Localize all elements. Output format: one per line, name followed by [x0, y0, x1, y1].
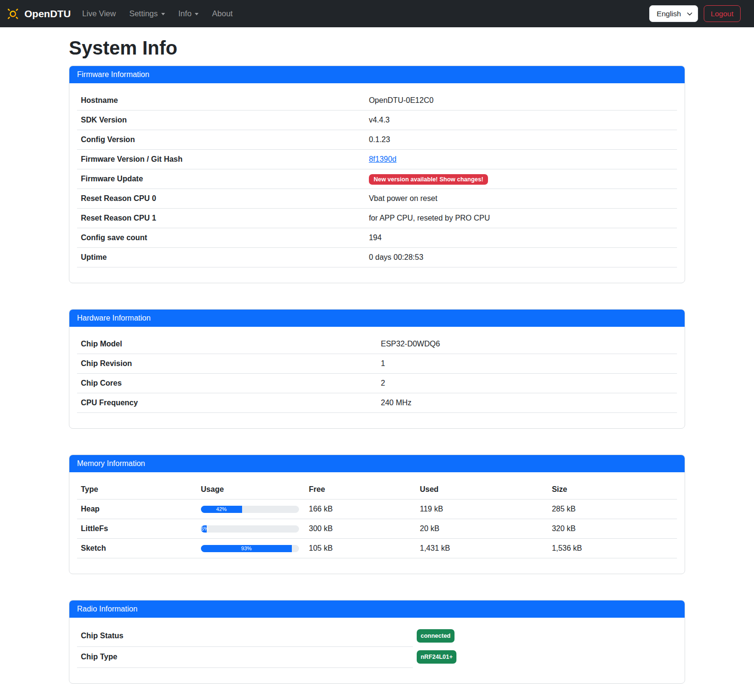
row-value: 1,536 kB — [548, 539, 677, 558]
column-header: Type — [77, 480, 197, 500]
table-row: Uptime 0 days 00:28:53 — [77, 248, 677, 267]
littlefs-progress-bar: 6% — [201, 525, 207, 533]
heap-progress-track: 42% — [201, 506, 299, 513]
row-value: 8f1390d — [365, 150, 677, 169]
nav-item-label: Live View — [82, 9, 116, 18]
column-header: Size — [548, 480, 677, 500]
nav-links: Live View Settings Info About — [76, 5, 240, 22]
column-header: Usage — [197, 480, 305, 500]
nav-item-label: About — [212, 9, 233, 18]
memory-card-body: Type Usage Free Used Size Heap 42% — [69, 472, 685, 574]
row-value: 105 kB — [305, 539, 416, 558]
brand-link[interactable]: OpenDTU — [6, 7, 71, 21]
logout-button[interactable]: Logout — [704, 5, 741, 22]
row-label: SDK Version — [77, 111, 365, 130]
language-select[interactable]: English — [649, 5, 698, 22]
row-value: 1 — [377, 354, 677, 374]
hardware-card-header: Hardware Information — [69, 310, 685, 327]
nav-item-live-view[interactable]: Live View — [76, 5, 122, 22]
row-label: Uptime — [77, 248, 365, 267]
nav-item-label: Settings — [129, 9, 158, 18]
table-row: Chip Cores 2 — [77, 374, 677, 393]
row-value: ESP32-D0WDQ6 — [377, 334, 677, 354]
row-value: 1,431 kB — [416, 539, 548, 558]
git-hash-link[interactable]: 8f1390d — [369, 155, 397, 163]
firmware-update-badge[interactable]: New version available! Show changes! — [369, 174, 488, 185]
hardware-card: Hardware Information Chip Model ESP32-D0… — [69, 309, 685, 429]
row-label: Reset Reason CPU 0 — [77, 189, 365, 209]
table-row: LittleFs 6% 300 kB 20 kB 320 kB — [77, 519, 677, 539]
table-row: Chip Revision 1 — [77, 354, 677, 374]
row-label: Chip Type — [77, 646, 413, 667]
memory-card: Memory Information Type Usage Free Used … — [69, 455, 685, 574]
row-value: v4.4.3 — [365, 111, 677, 130]
table-row: Config Version 0.1.23 — [77, 130, 677, 150]
column-header: Used — [416, 480, 548, 500]
row-label: Chip Revision — [77, 354, 377, 374]
usage-cell: 6% — [197, 519, 305, 539]
firmware-table: Hostname OpenDTU-0E12C0 SDK Version v4.4… — [77, 91, 677, 267]
row-label: Sketch — [77, 539, 197, 558]
chip-type-badge: nRF24L01+ — [417, 650, 456, 664]
row-label: Chip Status — [77, 625, 413, 646]
row-value: 285 kB — [548, 500, 677, 519]
row-value: 300 kB — [305, 519, 416, 539]
row-value: OpenDTU-0E12C0 — [365, 91, 677, 111]
table-row: Reset Reason CPU 1 for APP CPU, reseted … — [77, 209, 677, 228]
hardware-table: Chip Model ESP32-D0WDQ6 Chip Revision 1 … — [77, 334, 677, 413]
row-value: 119 kB — [416, 500, 548, 519]
chip-status-badge: connected — [417, 629, 455, 643]
table-row: Heap 42% 166 kB 119 kB 285 kB — [77, 500, 677, 519]
row-label: Chip Model — [77, 334, 377, 354]
chevron-down-icon — [195, 13, 199, 15]
firmware-card: Firmware Information Hostname OpenDTU-0E… — [69, 66, 685, 283]
firmware-card-body: Hostname OpenDTU-0E12C0 SDK Version v4.4… — [69, 83, 685, 283]
row-label: CPU Frequency — [77, 393, 377, 413]
row-value: New version available! Show changes! — [365, 169, 677, 189]
heap-progress-bar: 42% — [201, 506, 242, 513]
nav-item-label: Info — [178, 9, 192, 18]
firmware-card-header: Firmware Information — [69, 66, 685, 83]
sketch-progress-bar: 93% — [201, 545, 292, 552]
radio-card-body: Chip Status connected Chip Type nRF24L01… — [69, 618, 685, 683]
column-header: Free — [305, 480, 416, 500]
sketch-progress-track: 93% — [201, 545, 299, 552]
language-select-wrap: English — [649, 5, 698, 22]
table-row: Chip Type nRF24L01+ — [77, 646, 677, 667]
row-label: Hostname — [77, 91, 365, 111]
radio-card: Radio Information Chip Status connected … — [69, 600, 685, 684]
row-value: 320 kB — [548, 519, 677, 539]
memory-table: Type Usage Free Used Size Heap 42% — [77, 480, 677, 558]
chevron-down-icon — [161, 13, 165, 15]
memory-card-header: Memory Information — [69, 455, 685, 472]
table-row: Hostname OpenDTU-0E12C0 — [77, 91, 677, 111]
row-value: 166 kB — [305, 500, 416, 519]
nav-item-settings[interactable]: Settings — [122, 5, 172, 22]
usage-cell: 93% — [197, 539, 305, 558]
row-value: connected — [413, 625, 677, 646]
table-row: Config save count 194 — [77, 228, 677, 248]
table-row: Reset Reason CPU 0 Vbat power on reset — [77, 189, 677, 209]
sun-icon — [6, 7, 20, 21]
table-row: Firmware Update New version available! S… — [77, 169, 677, 189]
table-row: CPU Frequency 240 MHz — [77, 393, 677, 413]
littlefs-progress-track: 6% — [201, 525, 299, 533]
table-row: Sketch 93% 105 kB 1,431 kB 1,536 kB — [77, 539, 677, 558]
row-label: Reset Reason CPU 1 — [77, 209, 365, 228]
hardware-card-body: Chip Model ESP32-D0WDQ6 Chip Revision 1 … — [69, 327, 685, 428]
nav-item-info[interactable]: Info — [172, 5, 206, 22]
navbar-right: English Logout — [649, 5, 741, 22]
navbar: OpenDTU Live View Settings Info About En… — [0, 0, 754, 27]
row-value: 0.1.23 — [365, 130, 677, 150]
row-label: Config Version — [77, 130, 365, 150]
page-title: System Info — [69, 37, 685, 59]
row-value: for APP CPU, reseted by PRO CPU — [365, 209, 677, 228]
table-row: SDK Version v4.4.3 — [77, 111, 677, 130]
row-label: Firmware Version / Git Hash — [77, 150, 365, 169]
row-value: 2 — [377, 374, 677, 393]
row-value: 20 kB — [416, 519, 548, 539]
row-label: Config save count — [77, 228, 365, 248]
row-value: Vbat power on reset — [365, 189, 677, 209]
nav-item-about[interactable]: About — [205, 5, 239, 22]
row-value: 0 days 00:28:53 — [365, 248, 677, 267]
